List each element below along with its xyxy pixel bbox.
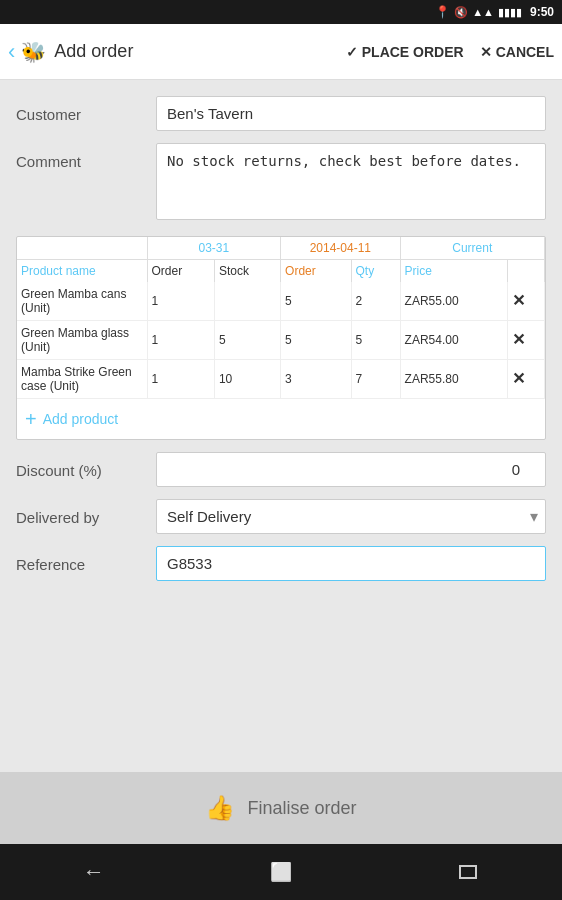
order-1: 5	[281, 320, 351, 359]
stock-2: 10	[214, 359, 280, 398]
price-0: ZAR55.00	[400, 282, 507, 321]
home-nav-button[interactable]: ⬜	[251, 852, 311, 892]
products-table: 03-31 2014-04-11 Current Product name Or…	[17, 237, 545, 398]
discount-row: Discount (%)	[16, 452, 546, 487]
battery-icon: ▮▮▮▮	[498, 6, 522, 19]
table-row: Green Mamba glass (Unit) 1 5 5 5 ZAR54.0…	[17, 320, 545, 359]
status-icons: 📍 🔇 ▲▲ ▮▮▮▮ 9:50	[435, 5, 554, 19]
stock-0	[214, 282, 280, 321]
customer-input-wrapper	[156, 96, 546, 131]
products-table-wrapper: 03-31 2014-04-11 Current Product name Or…	[16, 236, 546, 440]
qty-2: 7	[351, 359, 400, 398]
delete-btn-0[interactable]: ✕	[507, 282, 544, 321]
add-product-label: Add product	[43, 411, 119, 427]
place-order-label: PLACE ORDER	[362, 44, 464, 60]
app-bar: ‹ 🐝 Add order ✓ PLACE ORDER ✕ CANCEL	[0, 24, 562, 80]
prev-order-1: 1	[147, 320, 214, 359]
mute-icon: 🔇	[454, 6, 468, 19]
reference-row: Reference	[16, 546, 546, 581]
app-logo: 🐝	[21, 40, 46, 64]
product-name-1: Green Mamba glass (Unit)	[17, 320, 147, 359]
order-0: 5	[281, 282, 351, 321]
delete-btn-1[interactable]: ✕	[507, 320, 544, 359]
comment-row: Comment No stock returns, check best bef…	[16, 143, 546, 224]
cancel-button[interactable]: ✕ CANCEL	[480, 44, 554, 60]
date-header-current: Current	[400, 237, 544, 260]
col-qty-header: Qty	[351, 259, 400, 282]
recent-nav-icon	[459, 865, 477, 879]
nav-bar: ← ⬜	[0, 844, 562, 900]
plus-icon: +	[25, 409, 37, 429]
stock-1: 5	[214, 320, 280, 359]
cancel-label: CANCEL	[496, 44, 554, 60]
date-header-0331: 03-31	[147, 237, 281, 260]
reference-input[interactable]	[156, 546, 546, 581]
delivered-by-dropdown[interactable]: Self Delivery ▾	[156, 499, 546, 534]
order-2: 3	[281, 359, 351, 398]
table-row: Mamba Strike Green case (Unit) 1 10 3 7 …	[17, 359, 545, 398]
col-product-header: Product name	[17, 259, 147, 282]
finalise-order-button[interactable]: 👍 Finalise order	[0, 772, 562, 844]
location-icon: 📍	[435, 5, 450, 19]
back-button[interactable]: ‹	[8, 39, 15, 65]
comment-input-wrapper: No stock returns, check best before date…	[156, 143, 546, 224]
comment-label: Comment	[16, 143, 156, 170]
x-icon: ✕	[480, 44, 492, 60]
page-title: Add order	[54, 41, 345, 62]
home-nav-icon: ⬜	[270, 861, 292, 883]
col-header-row: Product name Order Stock Order Qty Price	[17, 259, 545, 282]
delivered-by-label: Delivered by	[16, 499, 156, 526]
status-time: 9:50	[530, 5, 554, 19]
customer-label: Customer	[16, 96, 156, 123]
col-order2-header: Order	[281, 259, 351, 282]
product-name-2: Mamba Strike Green case (Unit)	[17, 359, 147, 398]
reference-label: Reference	[16, 546, 156, 573]
price-1: ZAR54.00	[400, 320, 507, 359]
qty-0: 2	[351, 282, 400, 321]
recent-nav-button[interactable]	[438, 852, 498, 892]
col-stock-header: Stock	[214, 259, 280, 282]
back-nav-button[interactable]: ←	[64, 852, 124, 892]
delete-btn-2[interactable]: ✕	[507, 359, 544, 398]
thumbs-up-icon: 👍	[205, 794, 235, 822]
comment-textarea[interactable]: No stock returns, check best before date…	[156, 143, 546, 220]
qty-1: 5	[351, 320, 400, 359]
reference-input-wrapper	[156, 546, 546, 581]
delivered-by-value[interactable]: Self Delivery	[156, 499, 546, 534]
checkmark-icon: ✓	[346, 44, 358, 60]
table-row: Green Mamba cans (Unit) 1 5 2 ZAR55.00 ✕	[17, 282, 545, 321]
col-price-header: Price	[400, 259, 507, 282]
customer-row: Customer	[16, 96, 546, 131]
discount-input[interactable]	[156, 452, 546, 487]
wifi-icon: ▲▲	[472, 6, 494, 18]
finalise-order-label: Finalise order	[247, 798, 356, 819]
price-2: ZAR55.80	[400, 359, 507, 398]
discount-input-wrapper	[156, 452, 546, 487]
date-header-2014: 2014-04-11	[281, 237, 400, 260]
delivered-by-row: Delivered by Self Delivery ▾	[16, 499, 546, 534]
customer-input[interactable]	[156, 96, 546, 131]
col-order1-header: Order	[147, 259, 214, 282]
prev-order-2: 1	[147, 359, 214, 398]
col-delete-header	[507, 259, 544, 282]
discount-label: Discount (%)	[16, 452, 156, 479]
product-name-0: Green Mamba cans (Unit)	[17, 282, 147, 321]
date-header-row: 03-31 2014-04-11 Current	[17, 237, 545, 260]
add-product-button[interactable]: + Add product	[17, 398, 545, 439]
status-bar: 📍 🔇 ▲▲ ▮▮▮▮ 9:50	[0, 0, 562, 24]
main-content: Customer Comment No stock returns, check…	[0, 80, 562, 772]
back-nav-icon: ←	[83, 859, 105, 885]
date-header-empty	[17, 237, 147, 260]
place-order-button[interactable]: ✓ PLACE ORDER	[346, 44, 464, 60]
prev-order-0: 1	[147, 282, 214, 321]
